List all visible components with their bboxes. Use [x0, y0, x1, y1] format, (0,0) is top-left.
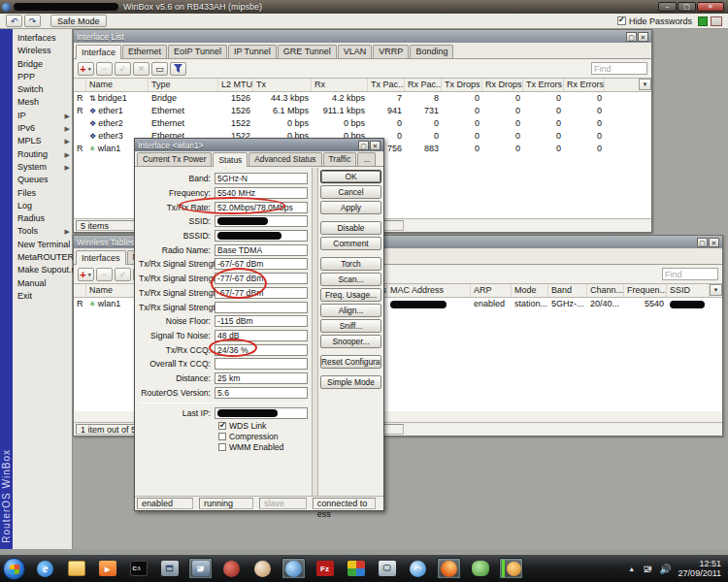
sidebar-item-files[interactable]: Files	[13, 187, 72, 200]
col-band[interactable]: Band	[548, 284, 587, 297]
col-arp[interactable]: ARP	[471, 284, 512, 297]
remove-button[interactable]: −	[96, 268, 113, 281]
col-rx-drops[interactable]: Rx Drops	[482, 79, 523, 91]
sidebar-item-metarouter[interactable]: MetaROUTER	[13, 251, 72, 264]
sidebar-item-system[interactable]: System▶	[13, 161, 72, 174]
taskbar-clock[interactable]: 12:51 27/09/2011	[678, 559, 721, 578]
remove-button[interactable]: −	[96, 62, 113, 76]
enable-button[interactable]: ✓	[115, 268, 131, 281]
distance-field[interactable]: 25 km	[215, 372, 308, 384]
sidebar-item-switch[interactable]: Switch	[13, 83, 72, 96]
col-rx[interactable]: Rx	[312, 79, 368, 91]
blue-sphere-app-icon[interactable]	[281, 558, 306, 579]
file-explorer-icon[interactable]	[64, 558, 88, 579]
table-row[interactable]: ❖ether2 Ethernet 1522 0 bps 0 bps 0 0 0 …	[74, 117, 651, 130]
tx-rx-ccq-field[interactable]: 24/36 %	[215, 344, 308, 356]
media-player-icon[interactable]: ▸	[95, 558, 119, 579]
shield-app-icon[interactable]	[344, 558, 368, 579]
maximize-icon[interactable]: ▢	[358, 141, 369, 150]
maximize-icon[interactable]: ▢	[697, 238, 708, 247]
cancel-button[interactable]: Cancel	[320, 185, 381, 199]
simple-mode-button[interactable]: Simple Mode	[320, 375, 381, 389]
add-button[interactable]: +▼	[78, 62, 94, 76]
tab-eoip-tunnel[interactable]: EoIP Tunnel	[168, 45, 227, 58]
sidebar-item-log[interactable]: Log	[13, 200, 72, 212]
filezilla-icon[interactable]: Fz	[313, 558, 337, 579]
sidebar-item-exit[interactable]: Exit	[13, 290, 72, 303]
frequency-field[interactable]: 5540 MHz	[215, 187, 308, 199]
emule-icon[interactable]	[250, 558, 275, 579]
bssid-field[interactable]	[215, 230, 308, 242]
tab-traffic[interactable]: Traffic	[323, 152, 357, 166]
align-button[interactable]: Align...	[320, 304, 381, 317]
sidebar-item-tools[interactable]: Tools▶	[13, 225, 72, 238]
col-type[interactable]: Type	[149, 79, 218, 91]
signal-strength-ch0-field[interactable]: -77/-67 dBm	[215, 273, 308, 284]
sidebar-item-mpls[interactable]: MPLS▶	[13, 135, 72, 147]
col-channel[interactable]: Chann...	[587, 284, 624, 297]
interface-table-header[interactable]: Name Type L2 MTU Tx Rx Tx Pac... Rx Pac.…	[74, 79, 651, 92]
tab-advanced-status[interactable]: Advanced Status	[248, 152, 321, 166]
col-ssid[interactable]: SSID	[667, 284, 710, 297]
tab-vlan[interactable]: VLAN	[338, 45, 373, 58]
sniff-button[interactable]: Sniff...	[320, 319, 381, 333]
sidebar-item-make-supout[interactable]: Make Supout.rif	[13, 264, 72, 276]
comment-button[interactable]: ▭	[151, 62, 168, 76]
green-dragon-app-icon[interactable]	[468, 558, 492, 579]
col-frequency[interactable]: Frequen...	[624, 284, 667, 297]
col-rx-errors[interactable]: Rx Errors	[564, 79, 605, 91]
undo-button[interactable]: ↶	[6, 15, 22, 27]
snooper-button[interactable]: Snooper...	[320, 335, 381, 348]
reset-configuration-button[interactable]: Reset Configuration	[320, 355, 381, 369]
tab-ip-tunnel[interactable]: IP Tunnel	[228, 45, 277, 58]
sidebar-item-mesh[interactable]: Mesh	[13, 96, 72, 109]
torch-button[interactable]: Torch	[320, 257, 381, 271]
volume-tray-icon[interactable]: 🔊	[659, 564, 671, 574]
column-options-icon[interactable]: ▼	[710, 284, 722, 296]
compression-checkbox[interactable]	[218, 433, 226, 440]
sidebar-item-interfaces[interactable]: Interfaces	[13, 32, 72, 45]
sidebar-item-new-terminal[interactable]: New Terminal	[13, 239, 72, 251]
col-l2mtu[interactable]: L2 MTU	[218, 79, 253, 91]
tab-ethernet[interactable]: Ethernet	[122, 45, 167, 58]
wds-link-checkbox[interactable]	[218, 422, 226, 430]
comment-button[interactable]: Comment	[320, 237, 381, 250]
compression-row[interactable]: Compression	[218, 432, 310, 442]
minimize-button[interactable]: –	[658, 2, 677, 12]
ok-button[interactable]: OK	[320, 170, 381, 183]
enable-button[interactable]: ✓	[115, 62, 131, 76]
sidebar-item-ppp[interactable]: PPP	[13, 71, 72, 83]
radio-name-field[interactable]: Base TDMA	[215, 244, 308, 256]
col-name[interactable]: Name	[86, 79, 149, 91]
maximize-icon[interactable]: ▢	[626, 32, 637, 42]
tx-rx-rate-field[interactable]: 52.0Mbps/78.0Mbps	[215, 202, 308, 213]
col-mac-address[interactable]: MAC Address	[387, 284, 471, 297]
start-button[interactable]	[3, 558, 25, 580]
tab-interface[interactable]: Interface	[76, 45, 121, 59]
noise-floor-field[interactable]: -115 dBm	[215, 315, 308, 327]
sidebar-item-queues[interactable]: Queues	[13, 174, 72, 186]
redo-button[interactable]: ↷	[24, 15, 41, 27]
command-prompt-icon[interactable]: C:\	[126, 558, 150, 579]
red-app-icon[interactable]	[219, 558, 244, 579]
sidebar-item-routing[interactable]: Routing▶	[13, 148, 72, 161]
table-row[interactable]: R ❖ether1 Ethernet 1526 6.1 Mbps 911.1 k…	[74, 105, 651, 117]
add-button[interactable]: +▼	[78, 268, 94, 281]
apply-button[interactable]: Apply	[320, 201, 381, 214]
sidebar-item-wireless[interactable]: Wireless	[13, 45, 72, 57]
disable-button[interactable]: Disable	[320, 221, 381, 235]
signal-strength-ch1-field[interactable]: -67/-77 dBm	[215, 287, 308, 299]
tab-interfaces[interactable]: Interfaces	[76, 250, 126, 265]
find-input[interactable]	[591, 62, 647, 75]
close-icon[interactable]: ✕	[638, 32, 648, 42]
col-tx-drops[interactable]: Tx Drops	[442, 79, 482, 91]
computer-window-icon[interactable]: 🖳	[188, 558, 213, 579]
tab-overflow[interactable]: ...	[357, 152, 376, 166]
signal-to-noise-field[interactable]: 48 dB	[215, 330, 308, 341]
disable-button[interactable]: ✕	[133, 62, 149, 76]
col-tx-pac[interactable]: Tx Pac...	[368, 79, 405, 91]
sidebar-item-manual[interactable]: Manual	[13, 277, 72, 290]
band-field[interactable]: 5GHz-N	[215, 173, 308, 184]
tab-gre-tunnel[interactable]: GRE Tunnel	[278, 45, 337, 58]
last-ip-field[interactable]	[215, 407, 308, 419]
